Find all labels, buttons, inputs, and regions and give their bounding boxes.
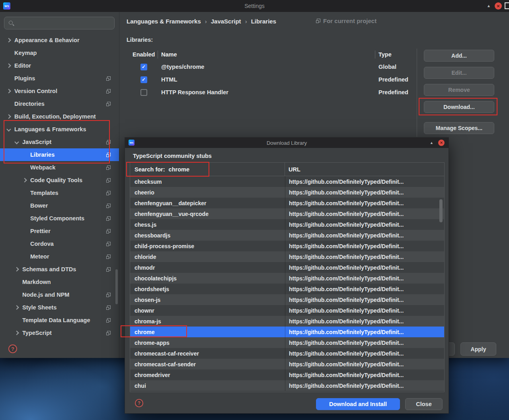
stub-row-chrome-apps[interactable]: chrome-appshttps://github.com/Definitely… bbox=[130, 337, 444, 348]
help-icon[interactable]: ? bbox=[135, 399, 143, 407]
stub-row-chrome[interactable]: chromehttps://github.com/DefinitelyTyped… bbox=[130, 327, 444, 337]
stub-row-chess-js[interactable]: chess.jshttps://github.com/DefinitelyTyp… bbox=[130, 219, 444, 230]
close-button[interactable]: Close bbox=[405, 398, 443, 410]
settings-sidebar: Appearance & BehaviorKeymapEditorPlugins… bbox=[0, 12, 119, 358]
stub-row-chordsheetjs[interactable]: chordsheetjshttps://github.com/Definitel… bbox=[130, 284, 444, 294]
stub-row-chenfengyuan-vue-qrcode[interactable]: chenfengyuan__vue-qrcodehttps://github.c… bbox=[130, 208, 444, 219]
stub-row-chownr[interactable]: chownrhttps://github.com/DefinitelyTyped… bbox=[130, 305, 444, 316]
stub-row-chessboardjs[interactable]: chessboardjshttps://github.com/Definitel… bbox=[130, 230, 444, 241]
stub-row-chromecast-caf-sender[interactable]: chromecast-caf-senderhttps://github.com/… bbox=[130, 359, 444, 369]
sidebar-item-libraries[interactable]: Libraries bbox=[0, 148, 119, 161]
chevron-right-icon[interactable] bbox=[6, 89, 14, 93]
remove-button: Remove bbox=[424, 84, 494, 96]
sidebar-item-label: Bower bbox=[30, 202, 103, 209]
sidebar-item-label: JavaScript bbox=[22, 139, 103, 145]
breadcrumb-item-languages-frameworks[interactable]: Languages & Frameworks bbox=[127, 18, 201, 25]
stub-name: chess.js bbox=[130, 222, 285, 228]
search-for-cell[interactable]: Search for: chrome bbox=[130, 163, 285, 176]
sidebar-item-languages-frameworks[interactable]: Languages & Frameworks bbox=[0, 123, 119, 136]
library-type: Predefined bbox=[375, 76, 417, 83]
add-button[interactable]: Add... bbox=[424, 50, 494, 62]
chevron-right-icon[interactable] bbox=[14, 331, 22, 334]
checkbox-http-response-handler[interactable] bbox=[140, 89, 147, 96]
chevron-right-icon[interactable] bbox=[22, 179, 30, 182]
stub-url: https://github.com/DefinitelyTyped/Defin… bbox=[285, 230, 444, 241]
breadcrumb-item-javascript[interactable]: JavaScript bbox=[211, 18, 241, 25]
sidebar-item-meteor[interactable]: Meteor bbox=[0, 250, 119, 263]
stub-url: https://github.com/DefinitelyTyped/Defin… bbox=[285, 176, 444, 187]
sidebar-item-webpack[interactable]: Webpack bbox=[0, 161, 119, 174]
chevron-right-icon[interactable] bbox=[6, 64, 14, 67]
stub-row-child-process-promise[interactable]: child-process-promisehttps://github.com/… bbox=[130, 241, 444, 251]
stub-url: https://github.com/DefinitelyTyped/Defin… bbox=[285, 337, 444, 348]
sidebar-item-markdown[interactable]: Markdown bbox=[0, 276, 119, 288]
sidebar-item-template-data-language[interactable]: Template Data Language bbox=[0, 314, 119, 327]
sidebar-item-plugins[interactable]: Plugins bbox=[0, 72, 119, 85]
sidebar-item-label: Templates bbox=[30, 190, 103, 196]
stub-row-chocolatechipjs[interactable]: chocolatechipjshttps://github.com/Defini… bbox=[130, 273, 444, 284]
project-level-icon bbox=[106, 140, 111, 144]
download-and-install-button[interactable]: Download and Install bbox=[316, 398, 400, 410]
sidebar-item-cordova[interactable]: Cordova bbox=[0, 237, 119, 250]
sidebar-item-directories[interactable]: Directories bbox=[0, 97, 119, 110]
stub-table: Search for: chrome URL checksumhttps://g… bbox=[130, 162, 445, 392]
sidebar-item-version-control[interactable]: Version Control bbox=[0, 85, 119, 97]
stub-row-chroma-js[interactable]: chroma-jshttps://github.com/DefinitelyTy… bbox=[130, 316, 444, 327]
sidebar-scrollbar[interactable] bbox=[115, 269, 118, 304]
webstorm-icon: WS bbox=[129, 140, 135, 146]
settings-search-input[interactable] bbox=[4, 17, 115, 29]
search-for-label: Search for: bbox=[135, 166, 165, 173]
stub-row-chenfengyuan-datepicker[interactable]: chenfengyuan__datepickerhttps://github.c… bbox=[130, 198, 444, 208]
breadcrumb-item-libraries[interactable]: Libraries bbox=[251, 18, 276, 25]
chevron-right-icon[interactable] bbox=[6, 39, 14, 42]
checkbox-html[interactable]: ✓ bbox=[140, 76, 147, 83]
sidebar-item-typescript[interactable]: TypeScript bbox=[0, 327, 119, 339]
manage-scopes-button[interactable]: Manage Scopes... bbox=[424, 122, 494, 134]
stub-row-chromedriver[interactable]: chromedriverhttps://github.com/Definitel… bbox=[130, 369, 444, 380]
sidebar-item-templates[interactable]: Templates bbox=[0, 187, 119, 199]
sidebar-item-styled-components[interactable]: Styled Components bbox=[0, 212, 119, 225]
close-icon[interactable]: ✕ bbox=[438, 140, 445, 146]
sidebar-item-javascript[interactable]: JavaScript bbox=[0, 136, 119, 148]
stub-row-chosen-js[interactable]: chosen-jshttps://github.com/DefinitelyTy… bbox=[130, 294, 444, 305]
sidebar-item-label: Code Quality Tools bbox=[30, 177, 103, 183]
scope-indicator: For current project bbox=[313, 18, 376, 24]
sidebar-item-code-quality-tools[interactable]: Code Quality Tools bbox=[0, 174, 119, 187]
library-name: HTTP Response Handler bbox=[158, 89, 375, 95]
modal-scrollbar[interactable] bbox=[439, 199, 443, 222]
sidebar-item-bower[interactable]: Bower bbox=[0, 199, 119, 212]
checkbox-types-chrome[interactable]: ✓ bbox=[140, 64, 147, 70]
stub-name: chrome-apps bbox=[130, 340, 285, 346]
minimize-icon[interactable]: ▲ bbox=[487, 4, 491, 8]
table-row-types-chrome[interactable]: ✓@types/chromeGlobal bbox=[129, 60, 417, 73]
stub-row-chloride[interactable]: chloridehttps://github.com/DefinitelyTyp… bbox=[130, 251, 444, 262]
sidebar-item-build-execution-deployment[interactable]: Build, Execution, Deployment bbox=[0, 110, 119, 123]
chevron-right-icon[interactable] bbox=[6, 115, 14, 118]
stub-row-chui[interactable]: chuihttps://github.com/DefinitelyTyped/D… bbox=[130, 380, 444, 391]
sidebar-item-schemas-and-dtds[interactable]: Schemas and DTDs bbox=[0, 263, 119, 276]
stub-url: https://github.com/DefinitelyTyped/Defin… bbox=[285, 241, 444, 251]
chevron-down-icon[interactable] bbox=[6, 128, 14, 131]
stub-url: https://github.com/DefinitelyTyped/Defin… bbox=[285, 187, 444, 198]
help-icon[interactable]: ? bbox=[8, 344, 17, 353]
chevron-right-icon[interactable] bbox=[14, 268, 22, 271]
stub-row-chromecast-caf-receiver[interactable]: chromecast-caf-receiverhttps://github.co… bbox=[130, 348, 444, 359]
stub-row-cheerio[interactable]: cheeriohttps://github.com/DefinitelyType… bbox=[130, 187, 444, 198]
sidebar-item-keymap[interactable]: Keymap bbox=[0, 47, 119, 59]
sidebar-item-style-sheets[interactable]: Style Sheets bbox=[0, 301, 119, 314]
sidebar-item-appearance-behavior[interactable]: Appearance & Behavior bbox=[0, 34, 119, 47]
chevron-down-icon[interactable] bbox=[14, 140, 22, 144]
chevron-right-icon[interactable] bbox=[14, 306, 22, 309]
download-button[interactable]: Download... bbox=[424, 101, 494, 113]
table-row-html[interactable]: ✓HTMLPredefined bbox=[129, 73, 417, 86]
sidebar-item-node-js-and-npm[interactable]: Node.js and NPM bbox=[0, 288, 119, 301]
sidebar-item-editor[interactable]: Editor bbox=[0, 59, 119, 72]
close-icon[interactable]: ✕ bbox=[495, 2, 502, 10]
stub-url: https://github.com/DefinitelyTyped/Defin… bbox=[285, 348, 444, 359]
stub-row-chmodr[interactable]: chmodrhttps://github.com/DefinitelyTyped… bbox=[130, 262, 444, 273]
table-row-http-response-handler[interactable]: HTTP Response HandlerPredefined bbox=[129, 86, 417, 99]
stub-row-checksum[interactable]: checksumhttps://github.com/DefinitelyTyp… bbox=[130, 176, 444, 187]
minimize-icon[interactable]: ▲ bbox=[430, 141, 433, 145]
sidebar-item-prettier[interactable]: Prettier bbox=[0, 225, 119, 237]
apply-button[interactable]: Apply bbox=[460, 342, 496, 356]
